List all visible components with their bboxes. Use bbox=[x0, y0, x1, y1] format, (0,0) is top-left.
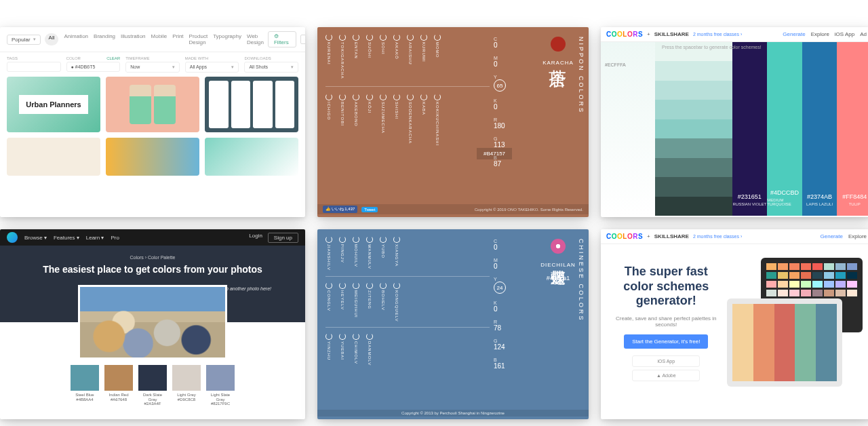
nav-ad[interactable]: Ad bbox=[860, 31, 867, 37]
shot-5[interactable] bbox=[106, 138, 199, 176]
color-swatch[interactable]: DANMOLV bbox=[366, 333, 373, 366]
color-swatch[interactable]: XIANGYA bbox=[393, 236, 400, 271]
start-generator-button[interactable]: Start the Generator, it's free! bbox=[624, 334, 708, 349]
hex-value[interactable]: #B47157 bbox=[477, 148, 512, 159]
cat-mobile[interactable]: Mobile bbox=[151, 33, 167, 45]
shade-swatch[interactable] bbox=[655, 197, 732, 216]
color-swatch[interactable]: YINZHU bbox=[326, 333, 332, 366]
hex-value[interactable]: #4e7ca1 bbox=[547, 275, 570, 282]
palette-swatch[interactable]: Indian Red#A67648 bbox=[104, 365, 133, 406]
palette-swatch[interactable]: Steel Blue#4B8AA4 bbox=[71, 365, 99, 406]
madewith-select[interactable]: All Apps▾ bbox=[185, 62, 239, 73]
shade-swatch[interactable] bbox=[655, 158, 732, 177]
palette-column[interactable]: #231651RUSSIAN VIOLET bbox=[732, 42, 768, 216]
shot-4[interactable] bbox=[7, 138, 100, 176]
uploaded-photo[interactable] bbox=[78, 285, 227, 360]
color-swatch[interactable]: KABA bbox=[420, 94, 427, 146]
coolors-logo[interactable]: COOLORS bbox=[606, 31, 643, 38]
color-swatch[interactable]: ENTAN bbox=[353, 34, 359, 79]
shade-swatch[interactable] bbox=[655, 61, 732, 80]
downloads-select[interactable]: All Shots▾ bbox=[244, 62, 298, 73]
cat-animation[interactable]: Animation bbox=[64, 33, 88, 45]
palette-swatch[interactable]: Light Slate Gray#8217F9C bbox=[206, 365, 235, 406]
color-swatch[interactable]: SOHI bbox=[380, 34, 387, 79]
nav-learn[interactable]: Learn ▾ bbox=[86, 235, 104, 241]
cat-web-design[interactable]: Web Design bbox=[247, 33, 264, 45]
color-swatch[interactable]: ZITENG bbox=[366, 282, 373, 322]
color-swatch[interactable]: KURUMI bbox=[420, 34, 427, 79]
shot-6[interactable] bbox=[205, 138, 298, 176]
cat-product-design[interactable]: Product Design bbox=[189, 33, 208, 45]
shade-swatch[interactable] bbox=[655, 119, 732, 138]
color-swatch[interactable]: KURENAI bbox=[326, 34, 332, 79]
nav-pro[interactable]: Pro bbox=[111, 235, 119, 241]
canva-logo[interactable] bbox=[7, 232, 18, 243]
palette-swatch[interactable]: Light Grey#D9C8C8 bbox=[172, 365, 201, 406]
nav-explore[interactable]: Explore bbox=[811, 31, 829, 37]
cat-print[interactable]: Print bbox=[172, 33, 183, 45]
color-swatch[interactable]: SHISHI bbox=[393, 94, 400, 146]
color-swatch[interactable]: KOKIKUCHINASHI bbox=[434, 94, 441, 146]
nav-generate[interactable]: Generate bbox=[783, 31, 805, 37]
shot-bumpkin[interactable] bbox=[106, 77, 199, 132]
color-swatch[interactable]: BOHELV bbox=[380, 282, 387, 322]
timeframe-select[interactable]: Now▾ bbox=[125, 62, 180, 73]
color-swatch[interactable]: JIANSHILV bbox=[326, 236, 332, 271]
color-swatch[interactable]: CONGLV bbox=[326, 282, 332, 322]
palette-swatch[interactable]: Dark Slate Gray#2A3A4F bbox=[138, 365, 167, 406]
color-swatch[interactable]: YUBO bbox=[380, 236, 387, 271]
signup-button[interactable]: Sign up bbox=[268, 233, 298, 243]
color-swatch[interactable]: KONGQUELV bbox=[393, 282, 400, 322]
color-swatch[interactable]: MEIGUIHUI bbox=[353, 282, 359, 322]
color-swatch[interactable]: AKEBONO bbox=[353, 94, 359, 146]
color-swatch[interactable]: SUZUMECHA bbox=[380, 94, 387, 146]
nav-generate[interactable]: Generate bbox=[821, 233, 843, 239]
nav-ios[interactable]: iOS App bbox=[835, 31, 854, 37]
palette-column[interactable]: #4DCCBDMEDIUM TURQUOISE bbox=[767, 42, 802, 216]
cat-branding[interactable]: Branding bbox=[94, 33, 115, 45]
color-swatch[interactable]: AKAKŌ bbox=[393, 34, 400, 79]
color-swatch[interactable]: MOMO bbox=[434, 34, 441, 79]
shade-swatch[interactable] bbox=[655, 138, 732, 157]
palette-column[interactable]: #FF8484TULIP bbox=[837, 42, 868, 216]
shot-urban-planners[interactable]: Urban Planners bbox=[7, 77, 100, 132]
nav-features[interactable]: Features ▾ bbox=[54, 235, 79, 241]
adobe-link[interactable]: ▲ Adobe bbox=[632, 370, 700, 381]
fb-like[interactable]: 👍 いいね 1,437 bbox=[323, 206, 357, 213]
color-swatch[interactable]: SUŌHI bbox=[366, 34, 373, 79]
shade-swatch[interactable] bbox=[655, 100, 732, 119]
color-swatch[interactable]: KŌJI bbox=[366, 94, 373, 146]
color-swatch[interactable]: PINGJV bbox=[339, 236, 346, 271]
nav-browse[interactable]: Browse ▾ bbox=[24, 235, 47, 241]
tweet-button[interactable]: Tweet bbox=[361, 207, 378, 212]
color-input[interactable]: ● #4DB6T5 bbox=[66, 62, 121, 72]
cat-typography[interactable]: Typography bbox=[213, 33, 241, 45]
color-swatch[interactable]: ICHIGO bbox=[326, 94, 332, 146]
promo-link[interactable]: 2 months free classes › bbox=[693, 32, 742, 37]
color-swatch[interactable]: BENITOBI bbox=[339, 94, 346, 146]
promo-link[interactable]: 2 months free classes › bbox=[693, 234, 742, 239]
color-swatch[interactable]: YUEBAI bbox=[339, 333, 346, 366]
color-swatch[interactable]: WANMULV bbox=[366, 236, 373, 271]
breadcrumb[interactable]: Colors › Color Palette bbox=[7, 255, 298, 260]
nav-explore[interactable]: Explore bbox=[848, 233, 867, 239]
cat-all[interactable]: All bbox=[45, 33, 59, 45]
shot-mobile-ui[interactable] bbox=[205, 77, 298, 132]
shade-swatch[interactable] bbox=[655, 177, 732, 196]
color-swatch[interactable]: HEYELV bbox=[339, 282, 346, 322]
cat-illustration[interactable]: Illustration bbox=[121, 33, 145, 45]
color-swatch[interactable]: CHIMOLV bbox=[353, 333, 359, 366]
login-link[interactable]: Login bbox=[249, 233, 262, 243]
layout-toggle[interactable] bbox=[300, 35, 305, 44]
popular-dropdown[interactable]: Popular▾ bbox=[7, 35, 41, 45]
color-swatch[interactable]: ARAISHU bbox=[407, 34, 414, 79]
palette-column[interactable]: #2374ABLAPIS LAZULI bbox=[802, 42, 837, 216]
color-swatch[interactable]: SODENKARACHA bbox=[407, 94, 414, 146]
filters-button[interactable]: ⚙ Filters bbox=[268, 31, 296, 47]
ios-app-link[interactable]: iOS App bbox=[632, 355, 700, 367]
color-swatch[interactable]: MOHUILV bbox=[353, 236, 359, 271]
tags-input[interactable] bbox=[7, 62, 61, 72]
coolors-logo[interactable]: COOLORS bbox=[606, 233, 643, 240]
shade-swatch[interactable] bbox=[655, 81, 732, 100]
color-swatch[interactable]: TOKIGARACHA bbox=[339, 34, 346, 79]
